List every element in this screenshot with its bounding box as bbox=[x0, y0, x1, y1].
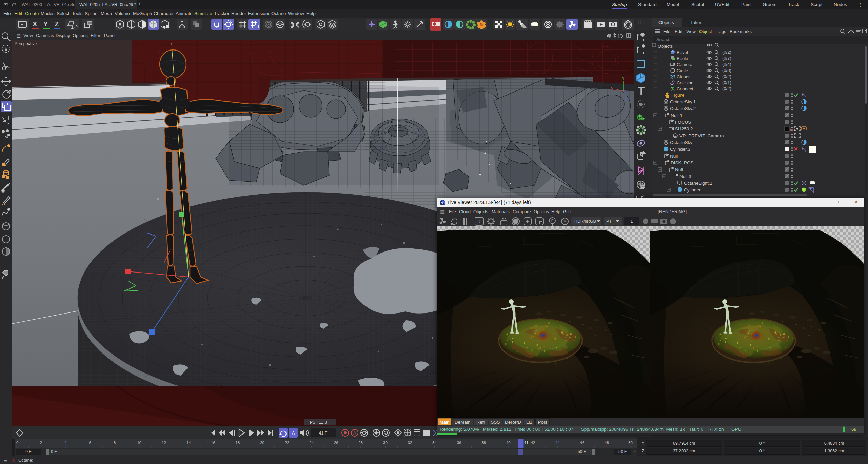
svg-text:Null: Null bbox=[670, 154, 678, 159]
svg-text:(0/8): (0/8) bbox=[722, 68, 731, 73]
svg-text:Circle: Circle bbox=[677, 68, 688, 73]
svg-text:4: 4 bbox=[64, 441, 67, 445]
svg-text:(0/2): (0/2) bbox=[722, 74, 731, 79]
svg-text:32: 32 bbox=[408, 441, 412, 445]
svg-text:Perspective: Perspective bbox=[15, 41, 37, 46]
svg-text:Tags: Tags bbox=[717, 29, 726, 34]
svg-text:8: 8 bbox=[114, 441, 116, 445]
svg-text:40: 40 bbox=[506, 441, 511, 445]
svg-text:Cylinder: Cylinder bbox=[684, 187, 701, 193]
svg-text:Boole: Boole bbox=[677, 56, 688, 61]
svg-text:42: 42 bbox=[531, 441, 535, 445]
svg-text:X: X bbox=[611, 87, 614, 91]
svg-text:OctaneSky.2: OctaneSky.2 bbox=[670, 106, 696, 111]
svg-text:34: 34 bbox=[432, 441, 437, 445]
svg-text:(0/2): (0/2) bbox=[722, 49, 731, 55]
svg-text:Null.3: Null.3 bbox=[679, 174, 691, 179]
svg-text:OctaneSky: OctaneSky bbox=[670, 140, 692, 145]
svg-text:Objects: Objects bbox=[658, 44, 673, 49]
svg-text:Null: Null bbox=[675, 167, 683, 172]
svg-text:OctaneSky.1: OctaneSky.1 bbox=[670, 99, 696, 104]
svg-text:14: 14 bbox=[186, 441, 191, 445]
svg-text:Figure: Figure bbox=[671, 93, 684, 98]
svg-text:Y: Y bbox=[622, 76, 625, 80]
svg-text:Collision: Collision bbox=[677, 80, 693, 85]
svg-text:Objects: Objects bbox=[658, 20, 674, 25]
svg-text:Z: Z bbox=[625, 96, 627, 100]
svg-text:50: 50 bbox=[628, 441, 633, 445]
svg-text:DISK_POS: DISK_POS bbox=[671, 160, 694, 165]
svg-text:44: 44 bbox=[555, 441, 560, 445]
svg-text:(0/2): (0/2) bbox=[722, 86, 731, 91]
svg-text:Camera: Camera bbox=[677, 62, 693, 67]
svg-text:Cylinder.3: Cylinder.3 bbox=[670, 147, 690, 152]
svg-text:Z: Z bbox=[55, 20, 59, 28]
svg-text:38: 38 bbox=[481, 441, 486, 445]
svg-text:(0/1): (0/1) bbox=[722, 80, 731, 85]
svg-text:Object: Object bbox=[699, 29, 712, 34]
svg-text:26: 26 bbox=[334, 441, 338, 445]
svg-text:2: 2 bbox=[40, 441, 42, 445]
svg-text:OctaneLight.1: OctaneLight.1 bbox=[684, 181, 712, 186]
svg-text:0: 0 bbox=[16, 441, 18, 445]
svg-text:SH250.2: SH250.2 bbox=[675, 126, 693, 132]
svg-text:R: R bbox=[477, 219, 481, 224]
svg-text:PT: PT bbox=[606, 219, 612, 224]
svg-text:41 F: 41 F bbox=[319, 431, 327, 436]
svg-text:16: 16 bbox=[211, 441, 215, 445]
svg-text:FPS : 11.8: FPS : 11.8 bbox=[307, 420, 327, 425]
svg-text:28: 28 bbox=[358, 441, 363, 445]
svg-text:A: A bbox=[292, 430, 295, 436]
svg-text:30: 30 bbox=[383, 441, 388, 445]
svg-text:6: 6 bbox=[89, 441, 91, 445]
svg-text:HDR/sRGB: HDR/sRGB bbox=[574, 219, 596, 224]
svg-text:36: 36 bbox=[457, 441, 461, 445]
svg-text:18: 18 bbox=[236, 441, 240, 445]
svg-text:Bevel: Bevel bbox=[677, 50, 688, 55]
svg-text:A: A bbox=[353, 431, 356, 436]
svg-text:X: X bbox=[33, 20, 37, 28]
svg-text:M: M bbox=[563, 219, 566, 223]
svg-text:Y: Y bbox=[43, 20, 48, 28]
svg-text:ST: ST bbox=[642, 186, 645, 188]
svg-text:10: 10 bbox=[137, 441, 141, 445]
svg-text:1: 1 bbox=[631, 219, 633, 224]
svg-text:22: 22 bbox=[285, 441, 289, 445]
svg-text:Takes: Takes bbox=[690, 20, 703, 25]
svg-text:41: 41 bbox=[524, 441, 529, 445]
svg-text:Connect: Connect bbox=[677, 86, 693, 92]
svg-text:File: File bbox=[663, 29, 670, 34]
svg-text:48: 48 bbox=[605, 441, 609, 445]
svg-text:(0/7): (0/7) bbox=[722, 56, 731, 61]
svg-text:FOCUS: FOCUS bbox=[675, 120, 691, 125]
svg-text:Edit: Edit bbox=[675, 29, 683, 34]
svg-text:VR_PREVIZ_Camera: VR_PREVIZ_Camera bbox=[679, 133, 724, 138]
svg-text:View: View bbox=[686, 29, 696, 34]
svg-text:Cloner: Cloner bbox=[677, 74, 690, 79]
svg-text:46: 46 bbox=[580, 441, 585, 445]
svg-text:F: F bbox=[551, 219, 554, 223]
svg-text:20: 20 bbox=[260, 441, 264, 445]
svg-text:Null.1: Null.1 bbox=[671, 113, 683, 118]
svg-text:Search: Search bbox=[656, 37, 670, 42]
svg-text:12: 12 bbox=[162, 441, 166, 445]
svg-text:(0/4): (0/4) bbox=[722, 62, 731, 67]
svg-text:24: 24 bbox=[309, 441, 314, 445]
svg-text:Bookmarks: Bookmarks bbox=[730, 29, 752, 34]
